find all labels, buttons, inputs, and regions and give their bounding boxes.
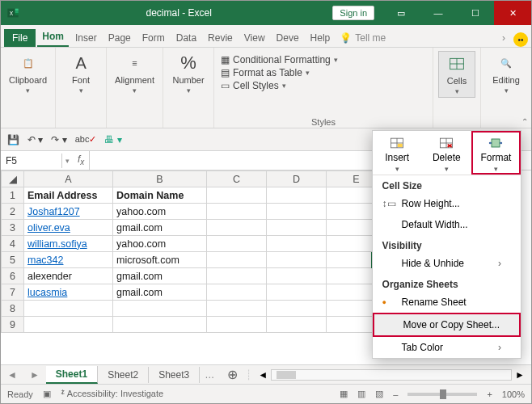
tab-view[interactable]: View (239, 29, 270, 47)
menu-default-width[interactable]: Default Width... (373, 214, 521, 235)
row-header[interactable]: 5 (2, 252, 24, 268)
cell[interactable] (24, 317, 113, 333)
format-as-table-button[interactable]: ▤ Format as Table ▾ (221, 67, 310, 78)
col-header[interactable]: B (113, 171, 207, 187)
cell[interactable]: alexender (24, 268, 113, 284)
cell[interactable]: lucasmia (24, 284, 113, 301)
feedback-icon[interactable]: •• (513, 32, 528, 47)
scroll-right-icon[interactable]: ► (515, 369, 525, 381)
cell[interactable] (207, 187, 267, 204)
cell[interactable] (207, 220, 267, 236)
cell[interactable]: yahoo.com (113, 236, 207, 252)
menu-hide-unhide[interactable]: Hide & Unhide› (373, 253, 521, 274)
spellcheck-button[interactable]: abc✓ (75, 134, 97, 145)
horizontal-scrollbar[interactable]: ◄ ► (251, 369, 531, 381)
cell[interactable] (113, 317, 207, 333)
sheet-nav-next-icon[interactable]: ► (23, 369, 46, 381)
cell[interactable]: gmail.com (113, 284, 207, 301)
sheet-tab[interactable]: Sheet1 (46, 366, 98, 384)
cells-button[interactable]: Cells ▾ (438, 51, 475, 98)
zoom-slider[interactable] (407, 393, 477, 396)
scroll-thumb[interactable] (277, 371, 296, 379)
tell-me[interactable]: 💡 Tell me (336, 29, 389, 47)
maximize-button[interactable]: ☐ (457, 1, 494, 25)
tab-help[interactable]: Help (306, 29, 336, 47)
alignment-button[interactable]: ≡ Alignment ▾ (113, 51, 156, 96)
cell[interactable] (267, 220, 327, 236)
col-header[interactable]: C (207, 171, 267, 187)
cell[interactable] (207, 301, 267, 317)
format-cells-button[interactable]: Format▾ (471, 131, 521, 175)
number-button[interactable]: % Number ▾ (170, 51, 207, 96)
cell[interactable]: oliver.eva (24, 220, 113, 236)
view-page-layout-icon[interactable]: ▥ (357, 389, 365, 399)
sheet-nav-prev-icon[interactable]: ◄ (1, 369, 23, 381)
menu-row-height[interactable]: ↕▭Row Height... (373, 193, 521, 214)
accessibility-status[interactable]: ᙇ Accessibility: Investigate (61, 389, 163, 399)
tab-formulas[interactable]: Form (137, 29, 170, 47)
cell[interactable]: gmail.com (113, 220, 207, 236)
tab-review[interactable]: Revie (203, 29, 238, 47)
col-header[interactable]: D (267, 171, 327, 187)
cell[interactable]: Domain Name (113, 187, 207, 204)
select-all-corner[interactable]: ◢ (2, 171, 24, 187)
cell[interactable] (267, 252, 327, 268)
minimize-button[interactable]: — (420, 1, 457, 25)
cell[interactable] (207, 204, 267, 220)
cell[interactable]: mac342 (24, 252, 113, 268)
tab-page-layout[interactable]: Page (103, 29, 136, 47)
menu-rename-sheet[interactable]: ●Rename Sheet (373, 292, 521, 313)
editing-button[interactable]: 🔍 Editing ▾ (488, 51, 525, 96)
cell[interactable] (207, 317, 267, 333)
scroll-left-icon[interactable]: ◄ (258, 369, 268, 381)
name-box[interactable]: F5 (1, 154, 62, 168)
macro-record-icon[interactable]: ▣ (43, 389, 51, 399)
insert-cells-button[interactable]: Insert▾ (373, 131, 422, 175)
cell[interactable] (267, 268, 327, 284)
fx-icon[interactable]: fx (73, 154, 89, 166)
row-header[interactable]: 6 (2, 268, 24, 284)
cell[interactable] (207, 252, 267, 268)
cell[interactable]: yahoo.com (113, 204, 207, 220)
collapse-ribbon-icon[interactable]: ⌃ (521, 117, 528, 126)
view-normal-icon[interactable]: ▦ (340, 389, 348, 399)
tab-developer[interactable]: Deve (272, 29, 304, 47)
row-header[interactable]: 3 (2, 220, 24, 236)
cell[interactable]: william.sofiya (24, 236, 113, 252)
cell[interactable] (267, 236, 327, 252)
row-header[interactable]: 7 (2, 284, 24, 301)
cell[interactable] (24, 301, 113, 317)
cell[interactable] (267, 284, 327, 301)
name-box-dropdown-icon[interactable]: ▾ (62, 157, 73, 165)
new-sheet-button[interactable]: ⊕ (219, 367, 246, 382)
chevron-right-icon[interactable]: › (499, 29, 509, 47)
close-button[interactable]: ✕ (494, 1, 531, 25)
col-header[interactable]: A (24, 171, 113, 187)
cell[interactable] (267, 317, 327, 333)
clipboard-button[interactable]: 📋 Clipboard ▾ (7, 51, 49, 96)
tab-data[interactable]: Data (171, 29, 201, 47)
cell[interactable] (267, 187, 327, 204)
delete-cells-button[interactable]: Delete▾ (422, 131, 471, 175)
row-header[interactable]: 8 (2, 301, 24, 317)
cell[interactable] (207, 236, 267, 252)
cell[interactable]: microsoft.com (113, 252, 207, 268)
tab-home[interactable]: Hom (37, 27, 69, 47)
sheet-tab[interactable]: Sheet3 (149, 367, 200, 383)
cell[interactable] (267, 301, 327, 317)
save-button[interactable]: 💾 (7, 134, 19, 145)
menu-move-or-copy-sheet[interactable]: Move or Copy Sheet... (373, 313, 521, 337)
row-header[interactable]: 9 (2, 317, 24, 333)
conditional-formatting-button[interactable]: ▦ Conditional Formatting ▾ (221, 54, 338, 65)
font-button[interactable]: A Font ▾ (62, 51, 99, 96)
menu-tab-color[interactable]: Tab Color› (373, 337, 521, 358)
row-header[interactable]: 4 (2, 236, 24, 252)
cell[interactable] (113, 301, 207, 317)
cell[interactable]: Joshaf1207 (24, 204, 113, 220)
sheet-tab[interactable]: Sheet2 (98, 367, 149, 383)
quick-print-button[interactable]: 🖶 ▾ (104, 134, 121, 145)
zoom-in-icon[interactable]: + (487, 389, 492, 399)
row-header[interactable]: 2 (2, 204, 24, 220)
cell-styles-button[interactable]: ▭ Cell Styles ▾ (221, 80, 286, 91)
cell[interactable]: Email Address (24, 187, 113, 204)
